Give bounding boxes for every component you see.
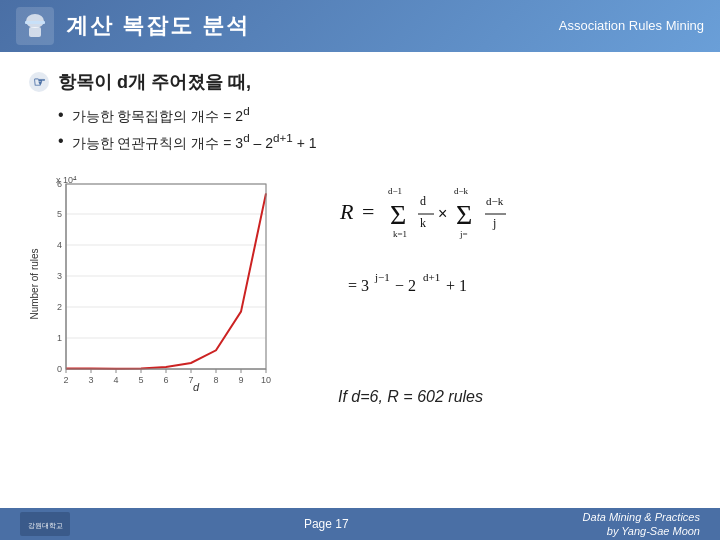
- svg-text:0: 0: [57, 364, 62, 374]
- note-text: If d=6, R = 602 rules: [338, 388, 483, 405]
- svg-text:5: 5: [57, 209, 62, 219]
- svg-text:4: 4: [57, 240, 62, 250]
- footer-page: Page 17: [304, 517, 349, 531]
- svg-text:j: j: [492, 216, 496, 230]
- svg-text:9: 9: [238, 375, 243, 385]
- svg-text:=: =: [362, 199, 374, 224]
- svg-text:10: 10: [261, 375, 271, 385]
- header-logo: [16, 7, 54, 45]
- svg-text:Number of rules: Number of rules: [29, 249, 40, 320]
- svg-text:2: 2: [57, 302, 62, 312]
- author-line1: Data Mining & Practices: [583, 511, 700, 523]
- svg-text:8: 8: [213, 375, 218, 385]
- svg-text:− 2: − 2: [395, 277, 416, 294]
- svg-text:강원대학교: 강원대학교: [28, 522, 63, 530]
- right-side: R = Σ d−1 k=1 d k × Σ d−k j=: [298, 169, 692, 406]
- formula-note: If d=6, R = 602 rules: [338, 388, 483, 406]
- formula-box: R = Σ d−1 k=1 d k × Σ d−k j=: [338, 169, 692, 312]
- svg-text:4: 4: [113, 375, 118, 385]
- svg-text:1: 1: [57, 333, 62, 343]
- chart-svg: Number of rules x 10⁴ d 0 1 2: [28, 169, 288, 399]
- svg-text:d−1: d−1: [388, 186, 402, 196]
- svg-rect-3: [25, 21, 45, 24]
- svg-text:d−k: d−k: [454, 186, 469, 196]
- svg-rect-9: [66, 184, 266, 369]
- svg-text:k=1: k=1: [393, 229, 407, 239]
- svg-text:3: 3: [88, 375, 93, 385]
- svg-text:d−k: d−k: [486, 195, 504, 207]
- chart-area: Number of rules x 10⁴ d 0 1 2: [28, 169, 288, 399]
- svg-text:R: R: [339, 199, 354, 224]
- footer: 강원대학교 Page 17 Data Mining & Practices by…: [0, 508, 720, 540]
- svg-text:Σ: Σ: [456, 199, 472, 230]
- header-subtitle: Association Rules Mining: [559, 18, 704, 35]
- author-line2: by Yang-Sae Moon: [607, 525, 700, 537]
- svg-text:= 3: = 3: [348, 277, 369, 294]
- list-item: 가능한 항목집합의 개수 = 2d: [58, 104, 692, 126]
- footer-author: Data Mining & Practices by Yang-Sae Moon: [583, 510, 700, 539]
- svg-text:d: d: [193, 381, 200, 393]
- list-item: 가능한 연관규칙의 개수 = 3d – 2d+1 + 1: [58, 131, 692, 153]
- formula2-svg: = 3 j−1 − 2 d+1 + 1: [338, 263, 528, 308]
- svg-text:☞: ☞: [33, 74, 46, 90]
- university-logo: 강원대학교: [20, 512, 70, 536]
- bullet-list: 가능한 항목집합의 개수 = 2d 가능한 연관규칙의 개수 = 3d – 2d…: [58, 104, 692, 157]
- svg-text:6: 6: [163, 375, 168, 385]
- svg-text:×: ×: [438, 205, 447, 222]
- svg-text:Σ: Σ: [390, 199, 406, 230]
- header: 계산 복잡도 분석 Association Rules Mining: [0, 0, 720, 52]
- svg-text:d: d: [420, 194, 426, 208]
- svg-text:2: 2: [63, 375, 68, 385]
- section-title: 항목이 d개 주어졌을 때,: [58, 70, 251, 94]
- svg-text:d+1: d+1: [423, 271, 440, 283]
- formula-svg: R = Σ d−1 k=1 d k × Σ d−k j=: [338, 169, 528, 259]
- svg-rect-2: [29, 27, 41, 37]
- main-content: ☞ 항목이 d개 주어졌을 때, 가능한 항목집합의 개수 = 2d 가능한 연…: [0, 52, 720, 508]
- svg-text:6: 6: [57, 179, 62, 189]
- content-row: Number of rules x 10⁴ d 0 1 2: [28, 169, 692, 498]
- svg-text:3: 3: [57, 271, 62, 281]
- subtitle-text: Association Rules Mining: [559, 18, 704, 33]
- svg-text:k: k: [420, 216, 426, 230]
- page-title: 계산 복잡도 분석: [66, 11, 250, 41]
- svg-text:j−1: j−1: [374, 271, 390, 283]
- section-heading: ☞ 항목이 d개 주어졌을 때,: [28, 70, 692, 94]
- svg-text:j=: j=: [459, 229, 468, 239]
- svg-text:5: 5: [138, 375, 143, 385]
- svg-text:7: 7: [188, 375, 193, 385]
- heading-icon: ☞: [28, 71, 50, 93]
- svg-text:+ 1: + 1: [446, 277, 467, 294]
